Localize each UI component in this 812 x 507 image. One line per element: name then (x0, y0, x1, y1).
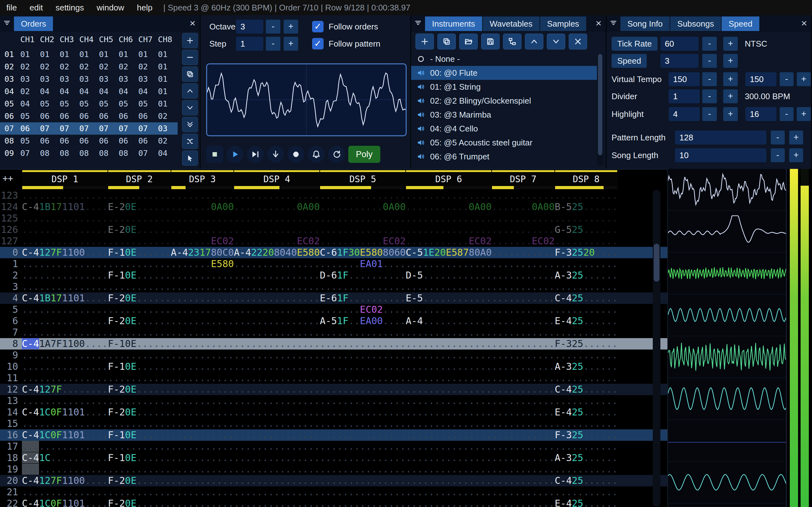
tab-wavetables[interactable]: Wavetables (483, 16, 540, 31)
panel-menu-icon[interactable] (0, 15, 14, 31)
order-add-button[interactable] (182, 33, 198, 48)
pattern-cell[interactable]: F-20E...... (108, 384, 171, 395)
pattern-cell[interactable]: ........... (171, 315, 234, 327)
order-cell[interactable]: 01 (158, 87, 177, 96)
pattern-cell[interactable]: ........... (171, 384, 234, 395)
metronome-button[interactable] (308, 146, 325, 163)
pattern-cell[interactable]: ............... (406, 190, 492, 201)
pattern-cell[interactable]: F-20E...... (108, 315, 171, 327)
order-cell[interactable]: 03 (60, 74, 79, 83)
pattern-cell[interactable]: ........... (171, 338, 234, 349)
pattern-cell[interactable]: ............... (234, 213, 320, 224)
pattern-cell[interactable]: ........... (492, 247, 555, 258)
order-row[interactable]: 010101010101010101 (0, 48, 177, 60)
channel-name[interactable]: DSP 8 (555, 172, 618, 186)
repeat-button[interactable] (328, 146, 345, 163)
pattern-cell[interactable]: ............... (406, 327, 492, 338)
pattern-cell[interactable]: ........... (492, 224, 555, 235)
pattern-cell[interactable]: ........... (108, 418, 171, 429)
pattern-cell[interactable]: ........... (108, 304, 171, 315)
order-row[interactable]: 080506060606060602 (0, 135, 177, 147)
pattern-cell[interactable]: ............... (234, 418, 320, 429)
panel-menu-icon[interactable] (606, 15, 620, 31)
pattern-cell[interactable]: .......EC02 (492, 235, 555, 247)
pattern-cell[interactable]: ........... (492, 498, 555, 507)
instrument-item[interactable]: 01: @1 String (411, 80, 599, 94)
pattern-cell[interactable]: ............... (234, 292, 320, 304)
song-length-minus-button[interactable]: - (771, 148, 785, 162)
order-cell[interactable]: 06 (60, 112, 79, 121)
order-cell[interactable]: 03 (40, 74, 60, 83)
stop-button[interactable] (206, 146, 223, 163)
pattern-cell[interactable]: ........... (555, 258, 618, 270)
pattern-cell[interactable]: ............... (320, 384, 406, 395)
order-cell[interactable]: 06 (60, 136, 79, 146)
pattern-cell[interactable]: ........... (492, 418, 555, 429)
channel-name[interactable]: DSP 2 (108, 172, 171, 186)
pattern-cell[interactable]: ........... (555, 487, 618, 498)
pattern-cell[interactable]: D-61F.......... (320, 270, 406, 281)
pattern-cell[interactable]: ...........EC02 (406, 235, 492, 247)
pattern-cell[interactable]: ............... (234, 487, 320, 498)
tab-orders[interactable]: Orders (14, 16, 53, 31)
pattern-cell[interactable]: ............... (320, 441, 406, 452)
pattern-cell[interactable]: ............... (22, 441, 108, 452)
order-cell[interactable]: 07 (138, 124, 158, 133)
order-cell[interactable]: 05 (20, 136, 40, 146)
pattern-cell[interactable]: C-61F30E5808060 (320, 247, 406, 258)
pattern-cell[interactable]: ........... (171, 487, 234, 498)
instrument-item[interactable]: 03: @3 Marimba (411, 108, 599, 122)
pattern-cell[interactable]: E-5............ (406, 292, 492, 304)
pattern-cell[interactable]: C-41C0F1101.... (22, 498, 108, 507)
pattern-cell[interactable]: ............... (320, 327, 406, 338)
pattern-cell[interactable]: ........... (555, 304, 618, 315)
pattern-cell[interactable]: ........... (171, 372, 234, 384)
pattern-cell[interactable]: ............... (22, 258, 108, 270)
pattern-cell[interactable]: ............... (320, 452, 406, 464)
instrument-open-button[interactable] (459, 34, 478, 49)
pattern-cell[interactable]: ............... (234, 270, 320, 281)
order-cell[interactable]: 01 (158, 62, 177, 71)
pattern-cell[interactable]: ........... (171, 406, 234, 418)
play-button[interactable] (226, 146, 244, 163)
pattern-cell[interactable]: ............... (320, 361, 406, 372)
pattern-cell[interactable]: F-10E...... (108, 270, 171, 281)
pattern-cell[interactable]: ............... (320, 190, 406, 201)
pattern-cell[interactable]: ........... (108, 213, 171, 224)
pattern-cell[interactable]: ............... (320, 224, 406, 235)
pattern-cell[interactable]: C-41C0F1101.... (22, 406, 108, 418)
speed-minus-button[interactable]: - (702, 54, 717, 68)
pattern-cell[interactable]: ............... (234, 338, 320, 349)
pattern-cell[interactable]: ........... (108, 441, 171, 452)
pattern-cell[interactable]: F-325...... (555, 338, 618, 349)
pattern-cell[interactable]: ............... (22, 270, 108, 281)
order-cell[interactable]: 02 (158, 136, 177, 146)
pattern-cell[interactable]: ............... (320, 498, 406, 507)
pattern-cell[interactable]: ........... (171, 190, 234, 201)
pattern-cell[interactable]: ............... (234, 190, 320, 201)
pattern-cell[interactable]: ............... (320, 406, 406, 418)
pattern-cell[interactable]: D-5............ (406, 270, 492, 281)
order-cell[interactable]: 07 (60, 124, 79, 133)
pattern-cell[interactable]: ............... (406, 464, 492, 475)
pattern-cell[interactable]: ........... (555, 327, 618, 338)
pattern-cell[interactable]: ........... (555, 464, 618, 475)
pattern-cell[interactable]: C-41A7F1100.... (22, 338, 108, 349)
pattern-cell[interactable]: ........... (171, 475, 234, 487)
order-cell[interactable]: 02 (20, 62, 40, 71)
order-cell[interactable]: 07 (138, 149, 158, 158)
pattern-cell[interactable]: .......EC02 (171, 235, 234, 247)
pattern-cell[interactable]: ........... (108, 372, 171, 384)
pattern-cell[interactable]: ........... (108, 190, 171, 201)
pattern-cell[interactable]: ...........EC02 (320, 235, 406, 247)
divider-minus-button[interactable]: - (702, 89, 717, 103)
order-cell[interactable]: 05 (40, 99, 60, 108)
pattern-cell[interactable]: C-51E20E58780A0 (406, 247, 492, 258)
pattern-cell[interactable]: ........... (492, 292, 555, 304)
order-cell[interactable]: 07 (99, 124, 119, 133)
order-cell[interactable]: 05 (99, 99, 119, 108)
order-cell[interactable]: 02 (158, 112, 177, 121)
order-cell[interactable]: 03 (20, 74, 40, 83)
virtual-tempo-den-plus-button[interactable]: + (797, 72, 811, 86)
pattern-cell[interactable]: ............... (22, 395, 108, 406)
